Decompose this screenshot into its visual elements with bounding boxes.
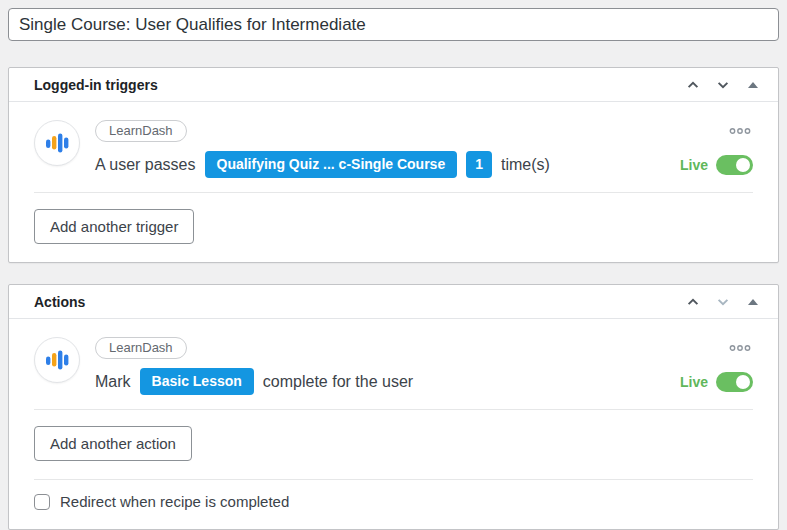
trigger-sentence-prefix: A user passes <box>95 156 196 174</box>
ellipsis-menu-icon <box>729 123 751 138</box>
action-sentence-prefix: Mark <box>95 373 131 391</box>
actions-panel-title: Actions <box>34 294 85 310</box>
redirect-checkbox[interactable] <box>34 494 50 510</box>
action-options-button[interactable] <box>727 342 753 354</box>
action-sentence-suffix: complete for the user <box>263 373 413 391</box>
chevron-down-icon <box>716 295 730 309</box>
live-toggle[interactable] <box>716 155 753 175</box>
redirect-label: Redirect when recipe is completed <box>60 493 289 510</box>
add-action-button[interactable]: Add another action <box>34 426 192 461</box>
trigger-item-top: LearnDash <box>95 120 753 142</box>
move-up-button[interactable] <box>678 70 708 100</box>
trigger-options-button[interactable] <box>727 125 753 137</box>
lesson-token-button[interactable]: Basic Lesson <box>140 368 254 395</box>
trigger-status: Live <box>680 155 753 175</box>
integration-badge: LearnDash <box>95 337 187 359</box>
actions-panel: Actions <box>8 284 779 530</box>
add-trigger-button[interactable]: Add another trigger <box>34 209 194 244</box>
action-sentence: Mark Basic Lesson complete for the user … <box>95 368 753 395</box>
recipe-title-input[interactable] <box>8 8 779 41</box>
ellipsis-menu-icon <box>729 340 751 355</box>
live-toggle[interactable] <box>716 372 753 392</box>
actions-header-controls <box>678 287 768 317</box>
actions-panel-header: Actions <box>9 285 778 319</box>
chevron-up-icon <box>686 295 700 309</box>
triggers-panel-header: Logged-in triggers <box>9 68 778 102</box>
quiz-token-button[interactable]: Qualifying Quiz ... c-Single Course <box>205 151 458 178</box>
triangle-up-icon <box>748 299 758 305</box>
move-down-button[interactable] <box>708 287 738 317</box>
trigger-sentence: A user passes Qualifying Quiz ... c-Sing… <box>95 151 753 178</box>
toggle-knob <box>736 158 750 172</box>
integration-badge: LearnDash <box>95 120 187 142</box>
live-label: Live <box>680 157 708 173</box>
add-action-row: Add another action <box>9 410 778 479</box>
move-down-button[interactable] <box>708 70 738 100</box>
trigger-item-body: LearnDash A user passes Qualifying Quiz … <box>95 120 753 178</box>
times-token-button[interactable]: 1 <box>466 151 492 178</box>
collapse-panel-button[interactable] <box>738 287 768 317</box>
action-item-body: LearnDash Mark Basic Lesson complete for… <box>95 337 753 395</box>
action-status: Live <box>680 372 753 392</box>
triangle-up-icon <box>748 82 758 88</box>
chevron-up-icon <box>686 78 700 92</box>
action-item-top: LearnDash <box>95 337 753 359</box>
collapse-panel-button[interactable] <box>738 70 768 100</box>
add-trigger-row: Add another trigger <box>9 193 778 262</box>
redirect-option-row[interactable]: Redirect when recipe is completed <box>9 480 778 529</box>
learndash-bars-icon <box>34 337 80 383</box>
trigger-item: LearnDash A user passes Qualifying Quiz … <box>9 102 778 192</box>
action-item: LearnDash Mark Basic Lesson complete for… <box>9 319 778 409</box>
trigger-sentence-suffix: time(s) <box>501 156 550 174</box>
toggle-knob <box>736 375 750 389</box>
learndash-bars-icon <box>34 120 80 166</box>
triggers-panel-title: Logged-in triggers <box>34 77 158 93</box>
triggers-header-controls <box>678 70 768 100</box>
move-up-button[interactable] <box>678 287 708 317</box>
triggers-panel: Logged-in triggers <box>8 67 779 263</box>
chevron-down-icon <box>716 78 730 92</box>
live-label: Live <box>680 374 708 390</box>
